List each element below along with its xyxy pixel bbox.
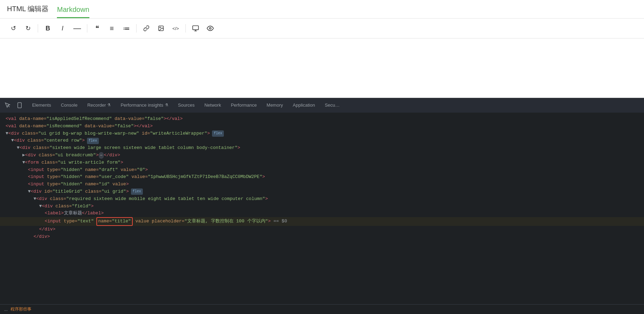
code-line-12: ▼<div class="required sixteen wide mobil… <box>0 195 644 203</box>
devtools-status-bar: ... 程序那些事 <box>0 304 644 314</box>
code-line-9: <input type="hidden" name="user_code" va… <box>0 173 644 181</box>
redo-button[interactable]: ↻ <box>22 22 34 35</box>
code-line-2: <val data-name="isRecommend" data-value=… <box>0 123 644 130</box>
code-line-4: ▼<div class="centered row">flex <box>0 137 644 144</box>
recorder-badge: ⚗ <box>107 103 111 107</box>
tab-performance-insights[interactable]: Performance insights ⚗ <box>116 98 173 113</box>
undo-button[interactable]: ↺ <box>7 22 20 35</box>
toolbar-divider-4 <box>185 24 186 33</box>
tab-elements[interactable]: Elements <box>27 98 56 113</box>
bold-button[interactable]: B <box>42 22 54 35</box>
code-line-3: ▼<div class="ui grid bg-wrap blog-write-… <box>0 130 644 137</box>
desktop-preview-button[interactable] <box>189 22 202 35</box>
code-line-13: ▼<div class="field"> <box>0 203 644 210</box>
toolbar-divider-2 <box>87 24 87 33</box>
eye-preview-button[interactable] <box>204 22 217 35</box>
tab-sources[interactable]: Sources <box>173 98 200 113</box>
code-line-8: <input type="hidden" name="draft" value=… <box>0 166 644 174</box>
tab-html-editor[interactable]: HTML 编辑器 <box>7 4 49 18</box>
status-text: 程序那些事 <box>10 306 31 312</box>
hr-button[interactable]: — <box>71 22 83 35</box>
code-line-17: </div> <box>0 233 644 241</box>
editor-tabs: HTML 编辑器 Markdown <box>0 0 644 18</box>
blockquote-button[interactable]: ❝ <box>91 22 103 35</box>
editor-content[interactable] <box>0 38 644 98</box>
devtools-panel: Elements Console Recorder ⚗ Performance … <box>0 98 644 314</box>
tab-memory[interactable]: Memory <box>262 98 288 113</box>
svg-rect-6 <box>18 103 22 108</box>
unordered-list-button[interactable]: ≡ <box>105 22 118 35</box>
code-line-10: <input type="hidden" name="id" value> <box>0 181 644 188</box>
tab-application[interactable]: Application <box>288 98 320 113</box>
breadcrumb-ellipsis: ... <box>4 307 8 312</box>
code-line-7: ▼<form class="ui write-article form"> <box>0 159 644 166</box>
code-line-6: ▶<div class="ui breadcrumb">⋯</div> <box>0 152 644 159</box>
toolbar-divider-1 <box>38 24 38 33</box>
code-line-14: <label>文章标题</label> <box>0 210 644 217</box>
svg-rect-2 <box>193 26 199 30</box>
tab-console[interactable]: Console <box>56 98 82 113</box>
tab-markdown[interactable]: Markdown <box>57 6 89 18</box>
code-panel[interactable]: <val data-name="isAppliedSelfRecommend" … <box>0 113 644 304</box>
performance-insights-badge: ⚗ <box>165 103 168 107</box>
italic-button[interactable]: I <box>56 22 69 35</box>
code-line-15: <input type="text" name="title" value pl… <box>0 217 644 226</box>
inspect-icon[interactable] <box>3 100 13 110</box>
tab-performance[interactable]: Performance <box>226 98 262 113</box>
code-button[interactable]: </> <box>169 22 182 35</box>
image-button[interactable] <box>155 22 167 35</box>
device-toggle-icon[interactable] <box>15 100 24 110</box>
tab-security[interactable]: Secu… <box>320 98 345 113</box>
toolbar-divider-3 <box>136 24 137 33</box>
code-line-1: <val data-name="isAppliedSelfRecommend" … <box>0 115 644 123</box>
editor-toolbar: ↺ ↻ B I — ❝ ≡ ≔ </> <box>0 18 644 38</box>
devtools-icon-group <box>3 100 24 110</box>
tab-recorder[interactable]: Recorder ⚗ <box>82 98 116 113</box>
code-line-5: ▼<div class="sixteen wide large screen s… <box>0 144 644 152</box>
devtools-tab-bar: Elements Console Recorder ⚗ Performance … <box>0 98 644 113</box>
svg-point-5 <box>210 28 211 29</box>
tab-network[interactable]: Network <box>199 98 226 113</box>
code-line-16: </div> <box>0 226 644 233</box>
editor-area: HTML 编辑器 Markdown ↺ ↻ B I — ❝ ≡ ≔ </> <box>0 0 644 98</box>
ordered-list-button[interactable]: ≔ <box>120 22 133 35</box>
code-line-11: ▼<div id="titleGrid" class="ui grid">fle… <box>0 188 644 195</box>
link-button[interactable] <box>140 22 153 35</box>
svg-point-1 <box>160 27 160 28</box>
